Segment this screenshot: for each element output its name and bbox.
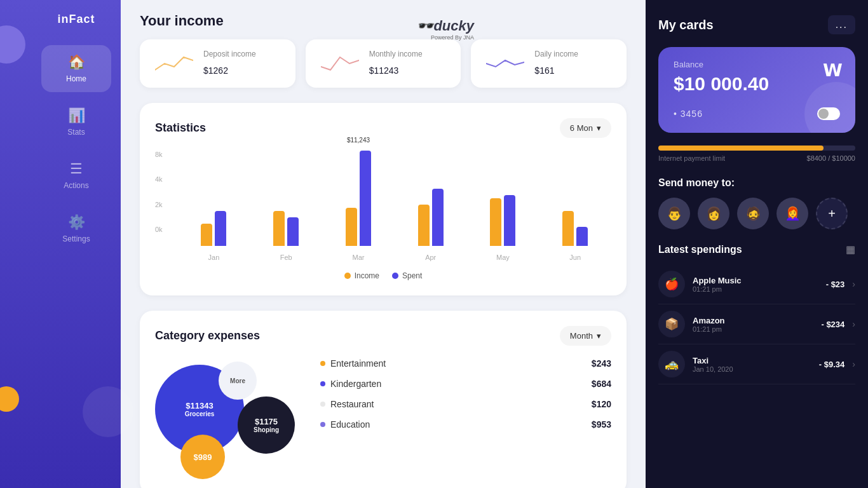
watermark-sub: Powered By JNA [416, 34, 474, 41]
taxi-amount: - $9.34 [819, 360, 844, 369]
bubble-yellow: $989 [180, 435, 225, 479]
bars-may [490, 151, 515, 246]
chevron-right-icon-apple: › [852, 279, 855, 289]
entertainment-label: Entertainment [330, 358, 386, 369]
chart-group-apr: Apr [395, 151, 467, 261]
avatar-1[interactable]: 👨 [658, 198, 690, 229]
sidebar-item-actions[interactable]: ☰ Actions [41, 152, 111, 199]
home-icon: 🏠 [68, 54, 85, 71]
spending-item-taxi[interactable]: 🚕 Taxi Jan 10, 2020 - $9.34 › [658, 344, 855, 384]
card-toggle[interactable] [817, 107, 840, 120]
bar-jan-spent [215, 211, 226, 246]
stats-title: Statistics [155, 121, 206, 135]
spending-item-amazon[interactable]: 📦 Amazon 01:21 pm - $234 › [658, 304, 855, 344]
chart-group-jun: Jun [539, 151, 611, 261]
sidebar-item-settings[interactable]: ⚙️ Settings [41, 205, 111, 252]
groceries-amount: $11343 [186, 401, 213, 410]
label-mar: Mar [352, 254, 364, 261]
label-jun: Jun [569, 254, 581, 261]
category-period-selector[interactable]: Month ▾ [560, 326, 611, 346]
shopping-label: Shoping [254, 426, 279, 433]
period-value: 6 Mon [570, 123, 593, 133]
amazon-logo: 📦 [658, 311, 685, 337]
category-body: $11343 Groceries More $1175 Shoping $989 [155, 358, 611, 479]
amazon-info: Amazon 01:21 pm [693, 316, 813, 333]
chart-group-feb: Feb [250, 151, 322, 261]
apple-music-info: Apple Music 01:21 pm [693, 276, 818, 293]
limit-bar-bg [658, 146, 855, 151]
send-money-title: Send money to: [658, 177, 855, 189]
bar-mar-spent [360, 151, 371, 246]
app-logo: inFact [57, 13, 95, 26]
restaurant-dot [320, 402, 325, 407]
spendings-header: Latest spendings ▦ [658, 243, 855, 255]
avatar-4[interactable]: 👩‍🦰 [776, 198, 808, 229]
taxi-info: Taxi Jan 10, 2020 [693, 356, 811, 373]
education-label: Education [330, 419, 370, 430]
spendings-chart-button[interactable]: ▦ [846, 243, 855, 255]
category-title: Category expenses [155, 329, 260, 342]
taxi-time: Jan 10, 2020 [693, 365, 811, 373]
chart-area: 0k 2k 4k 8k Jan [155, 151, 611, 261]
daily-chart-icon [486, 51, 524, 76]
balance-label: Balance [674, 60, 840, 69]
monthly-amount: $11243 [369, 61, 423, 78]
entertainment-dot [320, 361, 325, 366]
avatar-2[interactable]: 👩 [698, 198, 729, 229]
bars-jun [562, 151, 588, 246]
bubble-more: More [219, 362, 257, 400]
label-apr: Apr [425, 254, 436, 261]
bar-apr-income [418, 205, 430, 246]
yellow-amount: $989 [194, 452, 212, 462]
chart-legend: Income Spent [155, 271, 611, 280]
category-expenses-card: Category expenses Month ▾ $11343 Groceri… [140, 311, 627, 488]
chevron-down-icon: ▾ [597, 123, 601, 133]
bars-mar: $11,243 [346, 151, 371, 246]
income-title: Your income [140, 13, 627, 29]
bar-jan-income [201, 224, 212, 246]
sidebar-item-stats[interactable]: 📊 Stats [41, 98, 111, 146]
amazon-name: Amazon [693, 316, 813, 325]
sidebar-label-settings: Settings [62, 234, 90, 243]
main-content: 🕶️ducky Powered By JNA Your income Depos… [121, 0, 646, 488]
apple-music-amount: - $23 [826, 280, 845, 289]
category-item-kindergarten: Kindergarten $684 [320, 379, 611, 389]
add-contact-button[interactable]: + [816, 198, 848, 229]
more-button[interactable]: ... [828, 15, 855, 34]
category-header: Category expenses Month ▾ [155, 326, 611, 346]
balance-amount: $10 000.40 [674, 73, 840, 95]
category-item-entertainment: Entertainment $243 [320, 358, 611, 369]
bar-mar-income [346, 208, 357, 246]
income-card-deposit: Deposit income $1262 [140, 39, 295, 88]
y-label-4k: 4k [155, 175, 163, 183]
right-panel: My cards ... Balance $10 000.40 𝗪 • 3456… [646, 0, 868, 488]
left-decorative-panel [0, 0, 32, 488]
cat-name-entertainment: Entertainment [320, 358, 386, 369]
label-jan: Jan [208, 254, 220, 261]
period-selector-button[interactable]: 6 Mon ▾ [560, 118, 611, 138]
bars-jan [201, 151, 226, 246]
card-logo: 𝗪 [823, 60, 843, 81]
bank-card[interactable]: Balance $10 000.40 𝗪 • 3456 [658, 47, 855, 133]
chart-group-may: May [467, 151, 539, 261]
taxi-logo: 🚕 [658, 351, 685, 377]
income-card-monthly: Monthly income $11243 [306, 39, 461, 88]
income-legend-label: Income [355, 271, 379, 280]
avatar-3[interactable]: 🧔 [737, 198, 769, 229]
spendings-title: Latest spendings [658, 244, 742, 255]
bar-chart: Jan Feb $11,243 Mar [178, 151, 611, 261]
bar-may-spent [504, 195, 515, 246]
spending-item-apple-music[interactable]: 🍎 Apple Music 01:21 pm - $23 › [658, 264, 855, 304]
bar-may-income [490, 198, 501, 246]
sidebar-item-home[interactable]: 🏠 Home [41, 45, 111, 92]
groceries-label: Groceries [185, 410, 215, 417]
bars-feb [273, 151, 299, 246]
bubble-chart: $11343 Groceries More $1175 Shoping $989 [155, 358, 308, 479]
kindergarten-amount: $684 [592, 379, 611, 389]
spent-legend-label: Spent [402, 271, 422, 280]
education-amount: $953 [592, 419, 611, 430]
sidebar-label-home: Home [66, 74, 86, 83]
settings-icon: ⚙️ [68, 214, 85, 231]
deposit-amount: $1262 [203, 61, 256, 78]
amazon-amount: - $234 [821, 320, 844, 329]
